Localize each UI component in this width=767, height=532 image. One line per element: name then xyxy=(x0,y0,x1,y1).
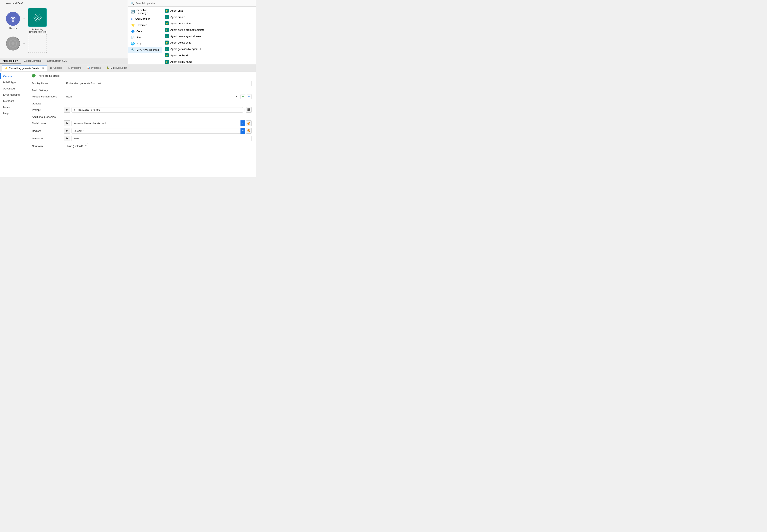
nav-advanced[interactable]: Advanced xyxy=(0,85,28,92)
dimension-row: Dimension: fx xyxy=(32,136,252,141)
console-icon: 🖥 xyxy=(50,66,52,69)
palette-item-agent-delete-by-id[interactable]: ⚡ Agent delete by id xyxy=(162,39,256,46)
display-name-input[interactable] xyxy=(64,81,252,86)
exchange-icon: 🔄 xyxy=(131,10,135,14)
general-section-title: General xyxy=(32,102,252,105)
palette-cat-exchange[interactable]: 🔄 Search in Exchange.. xyxy=(128,7,162,16)
http-icon: 🌐 xyxy=(131,42,135,46)
svg-line-11 xyxy=(36,15,38,17)
dimension-label: Dimension: xyxy=(32,137,64,140)
tab-embedding[interactable]: ⚡ Embedding generate from text ✕ xyxy=(2,65,47,71)
problems-icon: ⚠ xyxy=(68,66,70,69)
progress-icon: 📊 xyxy=(87,66,90,69)
tab-progress[interactable]: 📊 Progress xyxy=(84,65,103,70)
agent-delete-aliases-icon: ⚡ xyxy=(165,34,169,38)
nav-help[interactable]: Help xyxy=(0,110,28,116)
svg-point-9 xyxy=(38,20,40,21)
nav-mime-type[interactable]: MIME Type xyxy=(0,79,28,85)
palette-item-agent-create[interactable]: ⚡ Agent create xyxy=(162,14,256,20)
left-nav: General MIME Type Advanced Error Mapping… xyxy=(0,71,28,177)
palette-item-agent-get-by-name[interactable]: ⚡ Agent get by name xyxy=(162,59,256,64)
agent-define-prompt-icon: ⚡ xyxy=(165,28,169,32)
palette-cat-add-modules[interactable]: ⊕ Add Modules xyxy=(128,16,162,22)
svg-line-13 xyxy=(39,15,41,17)
palette-cat-core[interactable]: 🔷 Core xyxy=(128,28,162,34)
tab-config-xml[interactable]: Configuration XML xyxy=(44,58,70,64)
agent-create-alias-icon: ⚡ xyxy=(165,21,169,25)
search-input[interactable] xyxy=(135,2,253,5)
config-area: ✓ There are no errors. Display Name: Bas… xyxy=(28,71,256,177)
agent-get-alias-icon: ⚡ xyxy=(165,47,169,51)
region-input[interactable] xyxy=(72,128,241,134)
listener-label: Listener xyxy=(9,27,17,29)
tab-debugger[interactable]: 🐛 Mule Debugger xyxy=(103,65,130,70)
tab-global-elements[interactable]: Global Elements xyxy=(21,58,44,64)
favorites-icon: ⭐ xyxy=(131,23,135,27)
svg-line-15 xyxy=(36,18,38,20)
model-name-row: Model name: fx ▼ xyxy=(32,120,252,126)
model-name-fx-btn[interactable]: fx xyxy=(64,120,70,126)
flow-title: ▼ aws-bedrockFlow6 xyxy=(2,2,126,4)
nav-metadata[interactable]: Metadata xyxy=(0,98,28,104)
module-config-select[interactable]: AWS xyxy=(64,94,239,99)
prompt-expr-btn[interactable] xyxy=(246,107,252,113)
nav-error-mapping[interactable]: Error Mapping xyxy=(0,92,28,98)
file-icon: 📄 xyxy=(131,36,135,39)
add-module-config-btn[interactable]: + xyxy=(240,94,245,99)
palette-item-agent-get-alias[interactable]: ⚡ Agent get alias by agent id xyxy=(162,46,256,52)
module-config-row: Module configuration: AWS ⬍ + ✏ xyxy=(32,94,252,99)
agent-chat-icon: ⚡ xyxy=(165,9,169,13)
prompt-input[interactable] xyxy=(72,107,243,113)
embedding-node[interactable]: Embedding generate from text xyxy=(28,8,47,33)
tab-problems[interactable]: ⚠ Problems xyxy=(65,65,84,70)
palette-item-agent-delete-aliases[interactable]: ⚡ Agent delete agent aliases xyxy=(162,33,256,39)
nav-general[interactable]: General xyxy=(0,73,28,79)
palette-cat-mac-aws[interactable]: 🔧 MAC AWS Bedrock xyxy=(128,47,162,53)
model-name-input[interactable] xyxy=(72,121,241,126)
svg-point-7 xyxy=(40,17,41,18)
flow-canvas: ▼ aws-bedrockFlow6 xyxy=(0,0,128,64)
svg-point-6 xyxy=(37,17,38,18)
model-name-expr-btn[interactable] xyxy=(246,120,252,126)
region-fx-btn[interactable]: fx xyxy=(64,128,70,134)
normalize-select[interactable]: True (Default) False xyxy=(64,143,88,149)
svg-point-3 xyxy=(35,14,37,15)
flow-tabs: Message Flow Global Elements Configurati… xyxy=(0,58,128,64)
panel-content: General MIME Type Advanced Error Mapping… xyxy=(0,71,256,177)
palette-item-agent-get-by-id[interactable]: ⚡ Agent get by id xyxy=(162,52,256,59)
palette-item-agent-create-alias[interactable]: ⚡ Agent create alias xyxy=(162,20,256,27)
palette-item-agent-chat[interactable]: ⚡ Agent chat xyxy=(162,7,256,14)
model-name-label: Model name: xyxy=(32,122,64,125)
prompt-fx-btn[interactable]: fx xyxy=(64,107,70,113)
nav-notes[interactable]: Notes xyxy=(0,104,28,110)
dimension-input[interactable] xyxy=(72,136,252,141)
region-expr-btn[interactable] xyxy=(246,128,252,134)
tab-console[interactable]: 🖥 Console xyxy=(47,65,65,70)
module-config-label: Module configuration: xyxy=(32,95,64,98)
listener-node[interactable]: Listener xyxy=(6,12,20,29)
svg-rect-20 xyxy=(247,108,249,110)
close-embedding-tab[interactable]: ✕ xyxy=(42,67,44,69)
agent-delete-by-id-icon: ⚡ xyxy=(165,41,169,45)
palette-cat-favorites[interactable]: ⭐ Favorites xyxy=(128,22,162,28)
svg-point-1 xyxy=(12,18,14,20)
svg-line-12 xyxy=(38,15,39,17)
region-label: Region: xyxy=(32,129,64,132)
palette-cat-http[interactable]: 🌐 HTTP xyxy=(128,41,162,47)
search-icon: 🔍 xyxy=(130,2,134,5)
svg-point-19 xyxy=(12,42,15,45)
edit-module-config-btn[interactable]: ✏ xyxy=(247,94,252,99)
basic-settings-title: Basic Settings xyxy=(32,89,252,92)
dimension-fx-btn[interactable]: fx xyxy=(64,136,70,141)
region-dropdown-btn[interactable]: ▼ xyxy=(240,128,245,134)
palette-item-agent-define-prompt[interactable]: ⚡ Agent define prompt template xyxy=(162,27,256,33)
core-icon: 🔷 xyxy=(131,29,135,33)
model-name-dropdown-btn[interactable]: ▼ xyxy=(240,120,245,126)
svg-rect-22 xyxy=(247,110,249,111)
palette-cat-file[interactable]: 📄 File xyxy=(128,34,162,41)
tab-message-flow[interactable]: Message Flow xyxy=(0,58,21,64)
agent-create-icon: ⚡ xyxy=(165,15,169,19)
svg-line-10 xyxy=(35,15,36,17)
normalize-label: Normalize: xyxy=(32,145,64,148)
svg-line-17 xyxy=(39,18,41,20)
